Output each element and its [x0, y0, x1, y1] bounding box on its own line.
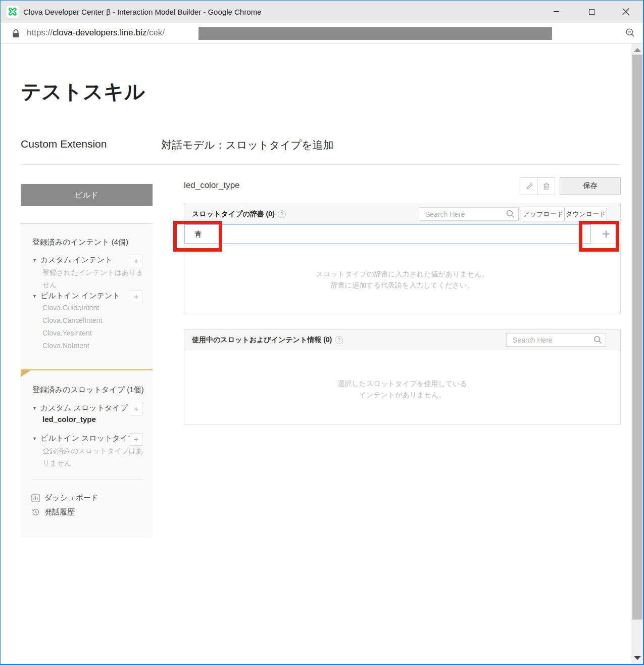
close-button[interactable] — [615, 4, 637, 20]
help-icon[interactable]: ? — [335, 336, 343, 344]
sidebar-item-builtin-intent[interactable]: ▼ ビルトイン インテント — [32, 291, 120, 301]
dictionary-panel-header: スロットタイプの辞書 (0) ? アップロード ダウンロード — [184, 204, 620, 224]
chevron-down-icon[interactable]: ▼ — [32, 294, 40, 299]
dictionary-title-text: スロットタイプの辞書 (0) — [192, 210, 275, 219]
trash-icon — [542, 182, 550, 191]
tree-label: カスタム インテント — [40, 255, 112, 265]
usage-search-input[interactable] — [506, 333, 606, 347]
url-text: https://clova-developers.line.biz/cek/ — [27, 28, 165, 38]
chevron-down-icon[interactable]: ▼ — [32, 436, 40, 441]
annotation-box-add-button — [579, 221, 619, 252]
custom-intent-empty-text: 登録されたインテントはありません — [42, 266, 146, 291]
section-custom-extension: Custom Extension — [21, 138, 107, 150]
minimize-button[interactable] — [545, 4, 567, 20]
slot-types-header: 登録済みのスロットタイプ (1個) — [32, 385, 144, 395]
history-icon — [31, 508, 40, 516]
titlebar: Clova Developer Center β - Interaction M… — [1, 1, 643, 23]
url-bar[interactable]: https://clova-developers.line.biz/cek/ — [1, 23, 643, 43]
delete-button[interactable] — [538, 177, 555, 195]
slot-type-name-heading: led_color_type — [184, 180, 240, 191]
page-title: テストスキル — [21, 78, 145, 106]
help-icon[interactable]: ? — [278, 210, 286, 218]
dashboard-icon — [31, 494, 40, 502]
sidebar-item-custom-intent[interactable]: ▼ カスタム インテント — [32, 255, 112, 265]
nav-label: 発話履歴 — [44, 507, 75, 517]
minimize-icon — [554, 11, 559, 12]
sidebar-item-custom-slot-type[interactable]: ▼ カスタム スロットタイプ — [32, 403, 128, 413]
dictionary-entry-input[interactable] — [184, 224, 591, 244]
usage-empty-state: 選択したスロットタイプを使用している インテントがありません。 — [184, 378, 620, 400]
edit-button[interactable] — [521, 177, 538, 195]
empty-line: 選択したスロットタイプを使用している — [184, 378, 620, 389]
builtin-slot-empty-text: 登録済みのスロットタイプはありません — [42, 445, 146, 469]
save-button[interactable]: 保存 — [560, 177, 621, 195]
list-item-builtin-intent[interactable]: Clova.GuideIntent — [42, 304, 99, 312]
nav-label: ダッシュボード — [44, 493, 98, 503]
add-custom-slot-type-button[interactable]: + — [130, 403, 142, 415]
sidebar-divider — [32, 480, 142, 480]
list-item-slot-type-selected[interactable]: led_color_type — [42, 415, 96, 423]
sidebar-item-utterance-history[interactable]: 発話履歴 — [31, 507, 75, 517]
clova-favicon-icon — [7, 6, 19, 18]
scrollbar-thumb[interactable] — [632, 55, 642, 620]
lock-icon[interactable] — [12, 29, 20, 40]
zoom-out-icon[interactable] — [625, 28, 635, 40]
tree-label: カスタム スロットタイプ — [40, 403, 128, 413]
pencil-icon — [525, 182, 534, 191]
sidebar: 登録済みのインテント (4個) ▼ カスタム インテント + 登録されたインテン… — [21, 223, 153, 537]
close-icon — [622, 8, 629, 15]
list-item-builtin-intent[interactable]: Clova.NoIntent — [42, 342, 89, 350]
dictionary-search — [419, 207, 519, 221]
search-icon[interactable] — [593, 336, 602, 346]
url-path: /cek/ — [146, 28, 165, 37]
gold-divider — [21, 369, 153, 370]
url-domain: clova-developers.line.biz — [53, 28, 146, 37]
add-custom-intent-button[interactable]: + — [130, 255, 142, 267]
chevron-down-icon[interactable]: ▼ — [32, 406, 40, 411]
usage-search — [506, 333, 606, 347]
list-item-builtin-intent[interactable]: Clova.YesIntent — [42, 329, 92, 337]
empty-line: スロットタイプの辞書に入力された値がありません。 — [184, 268, 620, 279]
add-builtin-slot-type-button[interactable]: + — [130, 433, 142, 446]
window-title: Clova Developer Center β - Interaction M… — [23, 8, 261, 16]
annotation-box-entry-input — [173, 221, 222, 252]
header-divider — [21, 164, 621, 165]
scrollbar[interactable] — [631, 43, 643, 664]
tree-label: ビルトイン インテント — [40, 291, 120, 301]
url-scheme: https:// — [27, 28, 53, 37]
usage-panel-title: 使用中のスロットおよびインテント情報 (0) ? — [192, 330, 343, 350]
upload-button[interactable]: アップロード — [522, 207, 565, 221]
url-redaction-bar — [199, 27, 552, 40]
browser-window: Clova Developer Center β - Interaction M… — [0, 0, 644, 665]
maximize-icon — [589, 9, 595, 15]
usage-title-text: 使用中のスロットおよびインテント情報 (0) — [192, 336, 332, 345]
dictionary-empty-state: スロットタイプの辞書に入力された値がありません。 辞書に追加する代表語を入力して… — [184, 268, 620, 291]
section-dialog-model: 対話モデル：スロットタイプを追加 — [161, 138, 333, 152]
maximize-button[interactable] — [580, 4, 603, 20]
gold-divider-fold — [21, 370, 31, 377]
build-button[interactable]: ビルド — [21, 184, 153, 206]
dictionary-panel: スロットタイプの辞書 (0) ? アップロード ダウンロード + スロットタイプ… — [184, 204, 621, 314]
sidebar-item-dashboard[interactable]: ダッシュボード — [31, 493, 98, 503]
add-builtin-intent-button[interactable]: + — [130, 291, 142, 303]
download-button[interactable]: ダウンロード — [564, 207, 607, 221]
empty-line: インテントがありません。 — [184, 389, 620, 400]
scrollbar-up-arrow-icon[interactable] — [634, 48, 641, 52]
chevron-down-icon[interactable]: ▼ — [32, 258, 40, 263]
search-icon[interactable] — [506, 210, 515, 220]
scrollbar-down-arrow-icon[interactable] — [634, 656, 641, 660]
usage-panel-header: 使用中のスロットおよびインテント情報 (0) ? — [184, 330, 620, 350]
dictionary-search-input[interactable] — [419, 207, 519, 221]
intents-header: 登録済みのインテント (4個) — [32, 238, 128, 247]
list-item-builtin-intent[interactable]: Clova.CancelIntent — [42, 316, 102, 324]
tree-label: ビルトイン スロットタイプ — [40, 434, 135, 443]
empty-line: 辞書に追加する代表語を入力してください。 — [184, 279, 620, 291]
slot-action-buttons — [521, 177, 555, 195]
usage-panel: 使用中のスロットおよびインテント情報 (0) ? 選択したスロットタイプを使用し… — [184, 329, 621, 425]
sidebar-item-builtin-slot-type[interactable]: ▼ ビルトイン スロットタイプ — [32, 434, 135, 443]
